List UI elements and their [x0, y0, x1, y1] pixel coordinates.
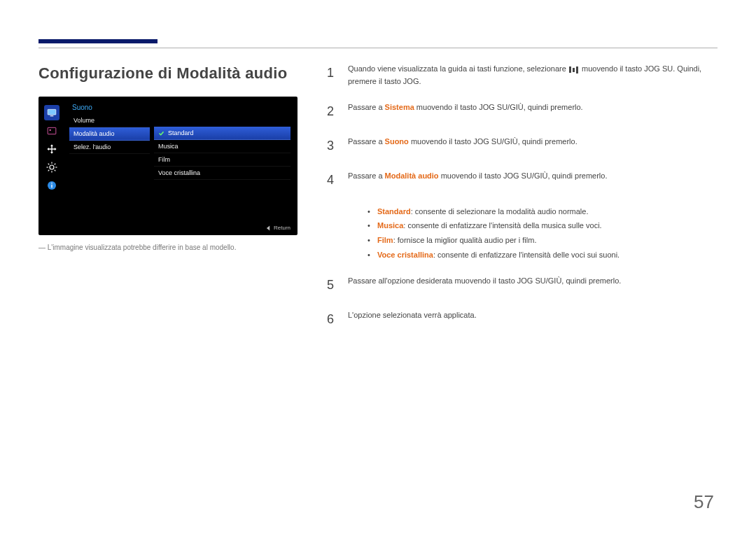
gear-icon	[44, 160, 59, 175]
step-1: 1 Quando viene visualizzata la guida ai …	[326, 63, 718, 87]
osd-return-hint: Return	[266, 225, 290, 231]
image-icon	[44, 123, 59, 139]
svg-line-10	[55, 170, 56, 171]
bullet-item: Musica: consente di enfatizzare l'intens…	[368, 218, 718, 233]
bullet-term: Standard	[377, 207, 411, 216]
step-number: 1	[326, 63, 335, 87]
bullet-term: Voce cristallina	[377, 251, 433, 259]
osd-screenshot: Suono Volume Modalità audio Selez. l'aud…	[38, 97, 298, 235]
step-body: Passare a Sistema muovendo il tasto JOG …	[348, 101, 718, 122]
osd-right-column: Standard Musica Film Voce cristallina	[154, 114, 290, 180]
svg-point-4	[50, 165, 54, 169]
step-body: Passare a Modalità audio muovendo il tas…	[348, 170, 718, 190]
osd-right-item: Musica	[154, 140, 290, 153]
page-number: 57	[694, 491, 714, 513]
info-icon	[44, 178, 59, 193]
step-body: L'opzione selezionata verrà applicata.	[348, 309, 718, 330]
step-5: 5 Passare all'opzione desiderata muovend…	[326, 275, 718, 295]
osd-right-label: Standard	[168, 129, 194, 136]
osd-menu-title: Suono	[69, 102, 290, 111]
step-text: Passare a	[348, 137, 385, 146]
header-accent-bar	[38, 39, 158, 43]
screenshot-footnote: L'immagine visualizzata potrebbe differi…	[38, 244, 298, 251]
step-6: 6 L'opzione selezionata verrà applicata.	[326, 309, 718, 330]
step-2: 2 Passare a Sistema muovendo il tasto JO…	[326, 101, 718, 122]
bullet-desc: : consente di selezionare la modalità au…	[411, 207, 589, 216]
check-icon	[158, 130, 164, 136]
svg-line-12	[55, 164, 56, 165]
step-text: muovendo il tasto JOG SU/GIÙ, quindi pre…	[416, 103, 583, 111]
bullet-desc: : fornisce la miglior qualità audio per …	[393, 236, 537, 244]
bullet-desc: : consente di enfatizzare l'intensità de…	[433, 251, 620, 259]
osd-nav-icons	[44, 105, 65, 193]
return-label: Return	[274, 225, 290, 231]
osd-right-item-selected: Standard	[154, 127, 290, 140]
svg-rect-1	[50, 115, 54, 116]
option-bullets: Standard: consente di selezionare la mod…	[368, 204, 718, 263]
step-link: Sistema	[385, 103, 414, 111]
step-number: 4	[326, 170, 335, 190]
bullet-desc: : consente di enfatizzare l'intensità de…	[403, 221, 601, 230]
bullet-item: Film: fornisce la miglior qualità audio …	[368, 233, 718, 248]
step-3: 3 Passare a Suono muovendo il tasto JOG …	[326, 136, 718, 156]
step-number: 2	[326, 101, 335, 122]
step-text: muovendo il tasto JOG SU/GIÙ, quindi pre…	[441, 171, 608, 180]
osd-right-item: Voce cristallina	[154, 167, 290, 180]
header-rule	[38, 48, 718, 48]
step-link: Suono	[385, 137, 409, 146]
svg-rect-15	[51, 183, 52, 183]
step-text: muovendo il tasto JOG SU/GIÙ, quindi pre…	[411, 137, 578, 146]
bullet-term: Film	[377, 236, 393, 244]
step-body: Passare all'opzione desiderata muovendo …	[348, 275, 718, 295]
move-icon	[44, 141, 59, 157]
osd-left-item-selected: Modalità audio	[69, 127, 150, 141]
svg-line-11	[48, 170, 50, 171]
svg-point-3	[50, 129, 51, 131]
bullet-item: Standard: consente di selezionare la mod…	[368, 204, 718, 219]
monitor-icon	[44, 105, 59, 120]
step-text: Passare a	[348, 171, 385, 180]
osd-left-item: Volume	[69, 114, 150, 127]
step-4: 4 Passare a Modalità audio muovendo il t…	[326, 170, 718, 190]
triangle-left-icon	[266, 225, 271, 231]
osd-left-column: Volume Modalità audio Selez. l'audio	[69, 114, 150, 180]
page-heading: Configurazione di Modalità audio	[38, 64, 298, 83]
svg-rect-0	[48, 109, 56, 115]
step-number: 6	[326, 309, 335, 330]
osd-right-item: Film	[154, 153, 290, 167]
svg-rect-2	[48, 127, 56, 134]
step-link: Modalità audio	[385, 171, 439, 180]
step-text: Quando viene visualizzata la guida ai ta…	[348, 64, 568, 73]
step-number: 5	[326, 275, 335, 295]
bullet-item: Voce cristallina: consente di enfatizzar…	[368, 248, 718, 262]
step-body: Quando viene visualizzata la guida ai ta…	[348, 63, 718, 87]
svg-line-9	[48, 164, 50, 165]
step-body: Passare a Suono muovendo il tasto JOG SU…	[348, 136, 718, 156]
svg-rect-14	[51, 185, 52, 188]
osd-left-item: Selez. l'audio	[69, 141, 150, 154]
menu-bars-icon	[568, 66, 580, 74]
bullet-term: Musica	[377, 221, 403, 230]
step-number: 3	[326, 136, 335, 156]
step-text: Passare a	[348, 103, 385, 111]
